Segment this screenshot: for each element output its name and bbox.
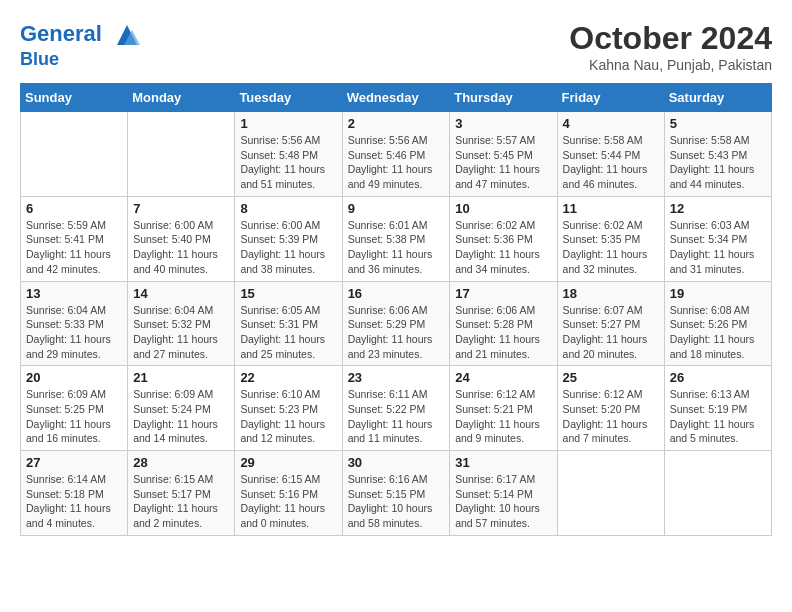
calendar-cell: 15Sunrise: 6:05 AM Sunset: 5:31 PM Dayli… xyxy=(235,281,342,366)
day-info: Sunrise: 6:00 AM Sunset: 5:39 PM Dayligh… xyxy=(240,218,336,277)
calendar-cell: 31Sunrise: 6:17 AM Sunset: 5:14 PM Dayli… xyxy=(450,451,557,536)
day-number: 18 xyxy=(563,286,659,301)
logo: General Blue xyxy=(20,20,142,70)
day-number: 2 xyxy=(348,116,445,131)
day-info: Sunrise: 6:12 AM Sunset: 5:21 PM Dayligh… xyxy=(455,387,551,446)
day-info: Sunrise: 6:11 AM Sunset: 5:22 PM Dayligh… xyxy=(348,387,445,446)
calendar-cell: 2Sunrise: 5:56 AM Sunset: 5:46 PM Daylig… xyxy=(342,112,450,197)
day-info: Sunrise: 6:05 AM Sunset: 5:31 PM Dayligh… xyxy=(240,303,336,362)
calendar-week-row: 1Sunrise: 5:56 AM Sunset: 5:48 PM Daylig… xyxy=(21,112,772,197)
day-info: Sunrise: 6:15 AM Sunset: 5:16 PM Dayligh… xyxy=(240,472,336,531)
day-info: Sunrise: 6:06 AM Sunset: 5:29 PM Dayligh… xyxy=(348,303,445,362)
day-number: 30 xyxy=(348,455,445,470)
day-number: 22 xyxy=(240,370,336,385)
calendar-cell xyxy=(664,451,771,536)
day-number: 27 xyxy=(26,455,122,470)
page-header: General Blue October 2024 Kahna Nau, Pun… xyxy=(20,20,772,73)
day-number: 7 xyxy=(133,201,229,216)
calendar-cell: 23Sunrise: 6:11 AM Sunset: 5:22 PM Dayli… xyxy=(342,366,450,451)
calendar-cell: 1Sunrise: 5:56 AM Sunset: 5:48 PM Daylig… xyxy=(235,112,342,197)
title-block: October 2024 Kahna Nau, Punjab, Pakistan xyxy=(569,20,772,73)
weekday-header-cell: Monday xyxy=(128,84,235,112)
day-info: Sunrise: 6:07 AM Sunset: 5:27 PM Dayligh… xyxy=(563,303,659,362)
day-info: Sunrise: 6:08 AM Sunset: 5:26 PM Dayligh… xyxy=(670,303,766,362)
day-info: Sunrise: 6:14 AM Sunset: 5:18 PM Dayligh… xyxy=(26,472,122,531)
logo-icon xyxy=(112,20,142,50)
day-number: 25 xyxy=(563,370,659,385)
weekday-header-cell: Thursday xyxy=(450,84,557,112)
calendar-cell: 25Sunrise: 6:12 AM Sunset: 5:20 PM Dayli… xyxy=(557,366,664,451)
day-number: 21 xyxy=(133,370,229,385)
logo-text: General xyxy=(20,20,142,50)
calendar-cell: 13Sunrise: 6:04 AM Sunset: 5:33 PM Dayli… xyxy=(21,281,128,366)
calendar-cell: 19Sunrise: 6:08 AM Sunset: 5:26 PM Dayli… xyxy=(664,281,771,366)
weekday-header-cell: Friday xyxy=(557,84,664,112)
day-number: 3 xyxy=(455,116,551,131)
calendar-cell: 22Sunrise: 6:10 AM Sunset: 5:23 PM Dayli… xyxy=(235,366,342,451)
logo-blue: Blue xyxy=(20,50,142,70)
day-number: 31 xyxy=(455,455,551,470)
day-number: 8 xyxy=(240,201,336,216)
day-number: 9 xyxy=(348,201,445,216)
calendar-cell: 16Sunrise: 6:06 AM Sunset: 5:29 PM Dayli… xyxy=(342,281,450,366)
weekday-header-cell: Sunday xyxy=(21,84,128,112)
day-info: Sunrise: 5:58 AM Sunset: 5:44 PM Dayligh… xyxy=(563,133,659,192)
day-number: 5 xyxy=(670,116,766,131)
calendar-cell: 5Sunrise: 5:58 AM Sunset: 5:43 PM Daylig… xyxy=(664,112,771,197)
day-info: Sunrise: 6:01 AM Sunset: 5:38 PM Dayligh… xyxy=(348,218,445,277)
day-info: Sunrise: 6:09 AM Sunset: 5:25 PM Dayligh… xyxy=(26,387,122,446)
calendar-body: 1Sunrise: 5:56 AM Sunset: 5:48 PM Daylig… xyxy=(21,112,772,536)
location: Kahna Nau, Punjab, Pakistan xyxy=(569,57,772,73)
calendar-cell: 7Sunrise: 6:00 AM Sunset: 5:40 PM Daylig… xyxy=(128,196,235,281)
weekday-header-cell: Wednesday xyxy=(342,84,450,112)
day-info: Sunrise: 6:09 AM Sunset: 5:24 PM Dayligh… xyxy=(133,387,229,446)
day-info: Sunrise: 6:03 AM Sunset: 5:34 PM Dayligh… xyxy=(670,218,766,277)
calendar-cell: 3Sunrise: 5:57 AM Sunset: 5:45 PM Daylig… xyxy=(450,112,557,197)
calendar-cell: 24Sunrise: 6:12 AM Sunset: 5:21 PM Dayli… xyxy=(450,366,557,451)
day-info: Sunrise: 6:06 AM Sunset: 5:28 PM Dayligh… xyxy=(455,303,551,362)
calendar-week-row: 20Sunrise: 6:09 AM Sunset: 5:25 PM Dayli… xyxy=(21,366,772,451)
calendar-cell xyxy=(21,112,128,197)
day-number: 15 xyxy=(240,286,336,301)
calendar-cell: 30Sunrise: 6:16 AM Sunset: 5:15 PM Dayli… xyxy=(342,451,450,536)
calendar-week-row: 13Sunrise: 6:04 AM Sunset: 5:33 PM Dayli… xyxy=(21,281,772,366)
calendar-cell xyxy=(557,451,664,536)
day-info: Sunrise: 6:12 AM Sunset: 5:20 PM Dayligh… xyxy=(563,387,659,446)
calendar-cell: 10Sunrise: 6:02 AM Sunset: 5:36 PM Dayli… xyxy=(450,196,557,281)
day-number: 29 xyxy=(240,455,336,470)
day-info: Sunrise: 6:02 AM Sunset: 5:35 PM Dayligh… xyxy=(563,218,659,277)
calendar-cell: 11Sunrise: 6:02 AM Sunset: 5:35 PM Dayli… xyxy=(557,196,664,281)
day-info: Sunrise: 6:17 AM Sunset: 5:14 PM Dayligh… xyxy=(455,472,551,531)
calendar-cell: 28Sunrise: 6:15 AM Sunset: 5:17 PM Dayli… xyxy=(128,451,235,536)
month-title: October 2024 xyxy=(569,20,772,57)
day-info: Sunrise: 6:02 AM Sunset: 5:36 PM Dayligh… xyxy=(455,218,551,277)
day-number: 4 xyxy=(563,116,659,131)
day-number: 26 xyxy=(670,370,766,385)
logo-general: General xyxy=(20,21,102,46)
day-info: Sunrise: 6:13 AM Sunset: 5:19 PM Dayligh… xyxy=(670,387,766,446)
calendar-cell: 21Sunrise: 6:09 AM Sunset: 5:24 PM Dayli… xyxy=(128,366,235,451)
calendar-cell xyxy=(128,112,235,197)
day-info: Sunrise: 6:16 AM Sunset: 5:15 PM Dayligh… xyxy=(348,472,445,531)
day-number: 16 xyxy=(348,286,445,301)
day-number: 11 xyxy=(563,201,659,216)
day-number: 24 xyxy=(455,370,551,385)
day-number: 17 xyxy=(455,286,551,301)
day-number: 1 xyxy=(240,116,336,131)
day-info: Sunrise: 5:59 AM Sunset: 5:41 PM Dayligh… xyxy=(26,218,122,277)
calendar-cell: 8Sunrise: 6:00 AM Sunset: 5:39 PM Daylig… xyxy=(235,196,342,281)
calendar-cell: 14Sunrise: 6:04 AM Sunset: 5:32 PM Dayli… xyxy=(128,281,235,366)
calendar-cell: 18Sunrise: 6:07 AM Sunset: 5:27 PM Dayli… xyxy=(557,281,664,366)
calendar-table: SundayMondayTuesdayWednesdayThursdayFrid… xyxy=(20,83,772,536)
day-number: 20 xyxy=(26,370,122,385)
day-number: 10 xyxy=(455,201,551,216)
day-info: Sunrise: 6:15 AM Sunset: 5:17 PM Dayligh… xyxy=(133,472,229,531)
calendar-week-row: 6Sunrise: 5:59 AM Sunset: 5:41 PM Daylig… xyxy=(21,196,772,281)
calendar-cell: 4Sunrise: 5:58 AM Sunset: 5:44 PM Daylig… xyxy=(557,112,664,197)
day-info: Sunrise: 5:56 AM Sunset: 5:48 PM Dayligh… xyxy=(240,133,336,192)
day-info: Sunrise: 6:04 AM Sunset: 5:32 PM Dayligh… xyxy=(133,303,229,362)
day-info: Sunrise: 6:04 AM Sunset: 5:33 PM Dayligh… xyxy=(26,303,122,362)
day-number: 14 xyxy=(133,286,229,301)
calendar-cell: 27Sunrise: 6:14 AM Sunset: 5:18 PM Dayli… xyxy=(21,451,128,536)
weekday-header-cell: Saturday xyxy=(664,84,771,112)
